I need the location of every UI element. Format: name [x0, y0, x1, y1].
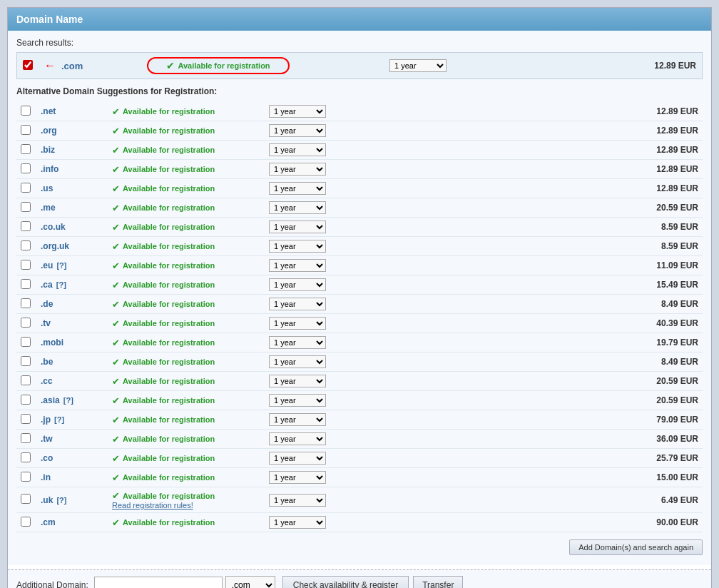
alt-year-cell: 1 year2 years3 years: [265, 410, 414, 430]
alt-year-cell: 1 year2 years3 years: [265, 353, 414, 372]
alt-year-select[interactable]: 1 year2 years3 years: [269, 494, 326, 507]
alt-domain-checkbox[interactable]: [21, 221, 31, 231]
alt-domain-row: .cc✔Available for registration1 year2 ye…: [16, 372, 703, 391]
alt-domain-checkbox[interactable]: [21, 144, 31, 154]
alt-domain-checkbox[interactable]: [21, 202, 31, 212]
alt-check-icon: ✔: [112, 318, 120, 329]
alt-checkbox-cell: [16, 102, 36, 121]
alt-year-select[interactable]: 1 year2 years3 years: [269, 259, 326, 272]
main-year-select[interactable]: 1 year 2 years 3 years: [389, 59, 447, 72]
alt-domain-row: .cm✔Available for registration1 year2 ye…: [16, 513, 703, 532]
alt-domain-checkbox[interactable]: [21, 260, 31, 270]
alt-status-text: Available for registration: [123, 300, 215, 308]
alt-year-select[interactable]: 1 year2 years3 years: [269, 240, 326, 253]
alt-checkbox-cell: [16, 198, 36, 218]
alt-domain-checkbox[interactable]: [21, 517, 31, 527]
alt-status-text: Available for registration: [123, 377, 215, 385]
alt-checkbox-cell: [16, 410, 36, 430]
alt-domain-ext: .in: [36, 468, 108, 487]
alt-year-select[interactable]: 1 year2 years3 years: [269, 413, 326, 426]
alt-year-select[interactable]: 1 year2 years3 years: [269, 201, 326, 214]
alt-domain-checkbox[interactable]: [21, 106, 31, 116]
main-check-icon: ✔: [166, 60, 175, 71]
main-domain-checkbox[interactable]: [23, 60, 33, 70]
alt-checkbox-cell: [16, 160, 36, 179]
alt-domain-checkbox[interactable]: [21, 337, 31, 347]
alt-year-select[interactable]: 1 year2 years3 years: [269, 298, 326, 310]
alt-year-select[interactable]: 1 year2 years3 years: [269, 105, 326, 118]
alt-year-select[interactable]: 1 year2 years3 years: [269, 124, 326, 137]
alt-domain-checkbox[interactable]: [21, 375, 31, 385]
alt-domain-checkbox[interactable]: [21, 414, 31, 424]
alt-status-cell: ✔Available for registration: [108, 333, 265, 353]
alt-check-icon: ✔: [112, 453, 120, 464]
alt-year-select[interactable]: 1 year2 years3 years: [269, 220, 326, 233]
alt-domain-ext: .cm: [36, 513, 108, 532]
alt-domain-checkbox[interactable]: [21, 298, 31, 308]
alt-domain-ext: .uk [?]: [36, 487, 108, 513]
alt-domain-ext: .asia [?]: [36, 391, 108, 410]
alt-domain-price: 19.79 EUR: [414, 333, 703, 353]
alt-check-icon: ✔: [112, 145, 120, 156]
additional-domain-input[interactable]: [94, 577, 223, 588]
alt-year-select[interactable]: 1 year2 years3 years: [269, 355, 326, 368]
alt-domain-checkbox[interactable]: [21, 163, 31, 173]
check-availability-button[interactable]: Check availability & register: [282, 576, 409, 588]
ext-footnote: [?]: [52, 415, 64, 424]
alt-year-select[interactable]: 1 year2 years3 years: [269, 375, 326, 387]
alt-year-select[interactable]: 1 year2 years3 years: [269, 394, 326, 407]
alt-check-icon: ✔: [112, 357, 120, 368]
alt-domain-checkbox[interactable]: [21, 494, 31, 504]
alt-status-cell: ✔Available for registration: [108, 198, 265, 218]
alt-domain-row: .net✔Available for registration1 year2 y…: [16, 102, 703, 121]
alt-domain-checkbox[interactable]: [21, 240, 31, 250]
alt-domains-table: .net✔Available for registration1 year2 y…: [16, 102, 703, 532]
alt-year-select[interactable]: 1 year2 years3 years: [269, 278, 326, 291]
alt-year-select[interactable]: 1 year2 years3 years: [269, 432, 326, 445]
alt-checkbox-cell: [16, 487, 36, 513]
alt-status-cell: ✔Available for registration: [108, 372, 265, 391]
alt-domain-price: 12.89 EUR: [414, 121, 703, 141]
alt-domain-checkbox[interactable]: [21, 472, 31, 482]
transfer-button[interactable]: Transfer: [413, 576, 463, 588]
additional-ext-select[interactable]: .com .net .org .biz .info: [225, 576, 275, 588]
alt-domain-price: 20.59 EUR: [414, 372, 703, 391]
alt-domain-ext: .be: [36, 353, 108, 372]
alt-year-cell: 1 year2 years3 years: [265, 275, 414, 295]
alt-check-icon: ✔: [112, 517, 120, 528]
alt-check-icon: ✔: [112, 376, 120, 387]
alt-status-cell: ✔Available for registration: [108, 218, 265, 237]
bottom-bar: Additional Domain: .com .net .org .biz .…: [8, 569, 711, 588]
alt-domain-price: 40.39 EUR: [414, 314, 703, 333]
alt-status-text: Available for registration: [123, 203, 215, 212]
alt-year-select[interactable]: 1 year2 years3 years: [269, 182, 326, 195]
alt-year-select[interactable]: 1 year2 years3 years: [269, 516, 326, 529]
alt-status-cell: ✔Available for registration: [108, 160, 265, 179]
main-status-text: Available for registration: [178, 61, 270, 70]
alt-year-select[interactable]: 1 year2 years3 years: [269, 317, 326, 330]
alt-check-icon: ✔: [112, 106, 120, 117]
alt-domain-checkbox[interactable]: [21, 183, 31, 193]
alt-domain-checkbox[interactable]: [21, 395, 31, 405]
alt-domain-checkbox[interactable]: [21, 279, 31, 289]
alt-domain-ext: .org: [36, 121, 108, 141]
alt-domain-ext: .tv: [36, 314, 108, 333]
alt-domain-checkbox[interactable]: [21, 452, 31, 462]
alt-domain-price: 6.49 EUR: [414, 487, 703, 513]
alt-domain-row: .org.uk✔Available for registration1 year…: [16, 237, 703, 256]
alt-domain-checkbox[interactable]: [21, 125, 31, 135]
alt-year-select[interactable]: 1 year2 years3 years: [269, 163, 326, 176]
add-domains-button[interactable]: Add Domain(s) and search again: [569, 539, 703, 555]
alt-domain-checkbox[interactable]: [21, 318, 31, 328]
alt-year-select[interactable]: 1 year2 years3 years: [269, 336, 326, 349]
alt-year-select[interactable]: 1 year2 years3 years: [269, 452, 326, 465]
alt-year-select[interactable]: 1 year2 years3 years: [269, 143, 326, 156]
alt-domain-checkbox[interactable]: [21, 356, 31, 366]
alt-check-icon: ✔: [112, 222, 120, 233]
alt-domain-price: 36.09 EUR: [414, 430, 703, 449]
read-registration-rules-link[interactable]: Read registration rules!: [112, 501, 260, 510]
alt-domain-price: 12.89 EUR: [414, 160, 703, 179]
alt-year-select[interactable]: 1 year2 years3 years: [269, 471, 326, 484]
alt-domain-checkbox[interactable]: [21, 433, 31, 443]
alt-status-text: Available for registration: [123, 415, 215, 424]
